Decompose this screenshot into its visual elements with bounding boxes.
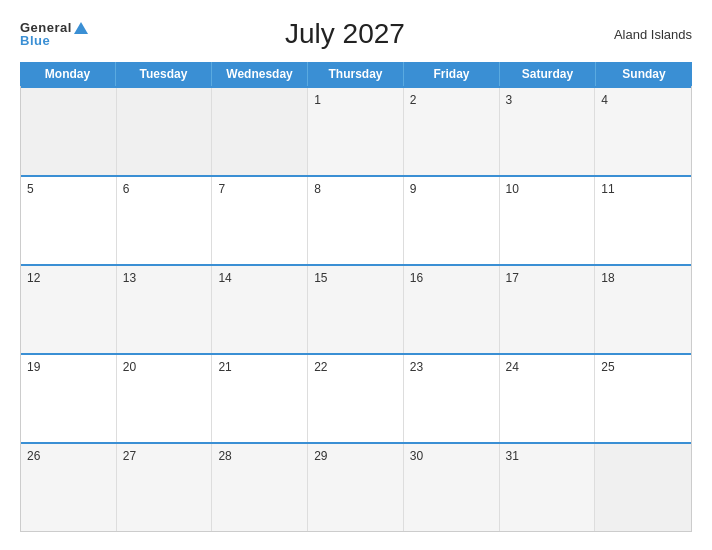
- calendar-cell: 9: [404, 177, 500, 264]
- day-number: 6: [123, 182, 206, 196]
- calendar-row: 12131415161718: [21, 264, 691, 353]
- day-number: 12: [27, 271, 110, 285]
- calendar-cell: [21, 88, 117, 175]
- calendar-cell: 23: [404, 355, 500, 442]
- day-number: 3: [506, 93, 589, 107]
- calendar-cell: 7: [212, 177, 308, 264]
- month-title: July 2027: [88, 18, 602, 50]
- day-number: 14: [218, 271, 301, 285]
- calendar-cell: 26: [21, 444, 117, 531]
- logo-triangle-icon: [74, 22, 88, 34]
- day-number: 29: [314, 449, 397, 463]
- region-label: Aland Islands: [602, 27, 692, 42]
- calendar-cell: [212, 88, 308, 175]
- calendar-body: 1234567891011121314151617181920212223242…: [20, 86, 692, 532]
- calendar-cell: 30: [404, 444, 500, 531]
- day-number: 24: [506, 360, 589, 374]
- day-number: 8: [314, 182, 397, 196]
- calendar-cell: 14: [212, 266, 308, 353]
- calendar-cell: 28: [212, 444, 308, 531]
- calendar: MondayTuesdayWednesdayThursdayFridaySatu…: [20, 62, 692, 532]
- calendar-cell: [117, 88, 213, 175]
- day-number: 5: [27, 182, 110, 196]
- calendar-cell: 8: [308, 177, 404, 264]
- day-number: 22: [314, 360, 397, 374]
- calendar-cell: 20: [117, 355, 213, 442]
- calendar-cell: 27: [117, 444, 213, 531]
- day-number: 4: [601, 93, 685, 107]
- weekday-header-tuesday: Tuesday: [116, 62, 212, 86]
- calendar-cell: 22: [308, 355, 404, 442]
- calendar-cell: 15: [308, 266, 404, 353]
- day-number: 16: [410, 271, 493, 285]
- day-number: 31: [506, 449, 589, 463]
- calendar-cell: 6: [117, 177, 213, 264]
- day-number: 25: [601, 360, 685, 374]
- day-number: 17: [506, 271, 589, 285]
- day-number: 27: [123, 449, 206, 463]
- calendar-header: MondayTuesdayWednesdayThursdayFridaySatu…: [20, 62, 692, 86]
- day-number: 23: [410, 360, 493, 374]
- calendar-cell: 4: [595, 88, 691, 175]
- day-number: 30: [410, 449, 493, 463]
- calendar-cell: 18: [595, 266, 691, 353]
- calendar-cell: 17: [500, 266, 596, 353]
- calendar-cell: 31: [500, 444, 596, 531]
- day-number: 11: [601, 182, 685, 196]
- weekday-header-wednesday: Wednesday: [212, 62, 308, 86]
- day-number: 15: [314, 271, 397, 285]
- calendar-cell: 21: [212, 355, 308, 442]
- calendar-cell: 25: [595, 355, 691, 442]
- calendar-cell: 24: [500, 355, 596, 442]
- calendar-cell: 16: [404, 266, 500, 353]
- day-number: 7: [218, 182, 301, 196]
- calendar-cell: [595, 444, 691, 531]
- day-number: 26: [27, 449, 110, 463]
- weekday-header-friday: Friday: [404, 62, 500, 86]
- calendar-cell: 11: [595, 177, 691, 264]
- day-number: 19: [27, 360, 110, 374]
- calendar-row: 1234: [21, 86, 691, 175]
- day-number: 18: [601, 271, 685, 285]
- calendar-cell: 10: [500, 177, 596, 264]
- weekday-header-monday: Monday: [20, 62, 116, 86]
- logo-blue-text: Blue: [20, 34, 50, 47]
- logo: General Blue: [20, 21, 88, 47]
- page-header: General Blue July 2027 Aland Islands: [20, 18, 692, 50]
- calendar-cell: 12: [21, 266, 117, 353]
- calendar-cell: 19: [21, 355, 117, 442]
- weekday-header-thursday: Thursday: [308, 62, 404, 86]
- day-number: 2: [410, 93, 493, 107]
- calendar-cell: 5: [21, 177, 117, 264]
- calendar-row: 567891011: [21, 175, 691, 264]
- day-number: 28: [218, 449, 301, 463]
- day-number: 10: [506, 182, 589, 196]
- day-number: 21: [218, 360, 301, 374]
- day-number: 9: [410, 182, 493, 196]
- calendar-cell: 1: [308, 88, 404, 175]
- day-number: 20: [123, 360, 206, 374]
- weekday-header-sunday: Sunday: [596, 62, 692, 86]
- calendar-cell: 29: [308, 444, 404, 531]
- calendar-row: 19202122232425: [21, 353, 691, 442]
- calendar-cell: 3: [500, 88, 596, 175]
- weekday-header-saturday: Saturday: [500, 62, 596, 86]
- calendar-row: 262728293031: [21, 442, 691, 531]
- calendar-cell: 13: [117, 266, 213, 353]
- calendar-cell: 2: [404, 88, 500, 175]
- day-number: 1: [314, 93, 397, 107]
- day-number: 13: [123, 271, 206, 285]
